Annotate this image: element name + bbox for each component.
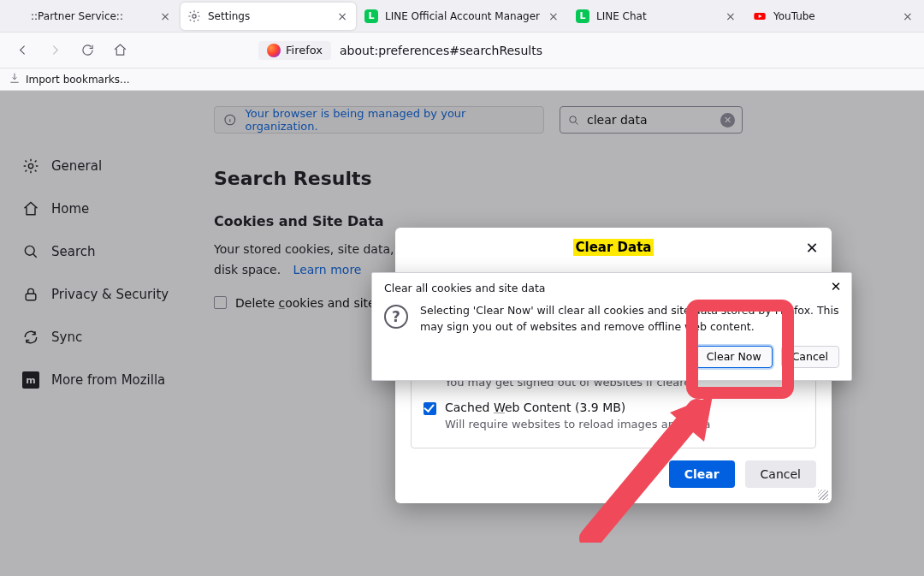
blank-favicon <box>10 9 24 23</box>
tab-label: LINE Official Account Manager <box>385 10 540 22</box>
resize-grip-icon[interactable] <box>818 490 828 500</box>
preferences-page: General Home Search Privacy & Security S… <box>0 91 924 576</box>
svg-point-0 <box>192 14 196 17</box>
url-text: about:preferences#searchResults <box>340 44 542 57</box>
url-bar[interactable]: Firefox about:preferences#searchResults <box>250 37 551 64</box>
tab-strip: ::Partner Service:: × Settings × L LINE … <box>0 0 924 33</box>
reload-button[interactable] <box>74 37 101 64</box>
tab-line-chat[interactable]: L LINE Chat × <box>569 3 744 30</box>
question-icon: ? <box>384 305 408 329</box>
option-label: Cached Web Content (3.9 MB) <box>445 401 711 414</box>
youtube-icon <box>753 9 767 23</box>
clear-button[interactable]: Clear <box>669 460 735 488</box>
tab-label: YouTube <box>773 10 894 22</box>
line-icon: L <box>364 9 378 23</box>
confirm-title: Clear all cookies and site data <box>384 282 839 294</box>
dialog-title: Clear Data <box>411 240 816 255</box>
tab-label: LINE Chat <box>596 10 717 22</box>
option-hint: Will require websites to reload images a… <box>445 418 711 431</box>
back-button[interactable] <box>9 37 36 64</box>
close-icon[interactable]: ✕ <box>827 278 844 295</box>
checkbox-checked-icon <box>424 402 436 415</box>
import-bookmarks-button[interactable]: Import bookmarks... <box>26 74 130 86</box>
line-icon: L <box>576 9 589 23</box>
clear-now-button[interactable]: Clear Now <box>696 346 773 368</box>
confirm-cancel-button[interactable]: Cancel <box>781 346 839 368</box>
confirm-clear-dialog: Clear all cookies and site data ✕ ? Sele… <box>371 272 852 381</box>
nav-toolbar: Firefox about:preferences#searchResults <box>0 33 924 68</box>
bookmarks-toolbar: Import bookmarks... <box>0 68 924 91</box>
close-icon[interactable]: × <box>724 9 737 23</box>
close-icon[interactable]: × <box>547 9 560 23</box>
import-bookmarks-icon <box>9 72 21 86</box>
close-icon[interactable]: × <box>158 9 172 23</box>
tab-partner-service[interactable]: ::Partner Service:: × <box>3 3 179 30</box>
option-cache[interactable]: Cached Web Content (3.9 MB) Will require… <box>424 401 803 431</box>
tab-label: ::Partner Service:: <box>31 10 151 22</box>
identity-chip[interactable]: Firefox <box>258 41 331 60</box>
close-icon[interactable]: ✕ <box>803 238 821 257</box>
tab-settings[interactable]: Settings × <box>181 3 356 30</box>
home-button[interactable] <box>106 37 133 64</box>
gear-icon <box>187 9 201 23</box>
tab-line-oam[interactable]: L LINE Official Account Manager × <box>358 3 567 30</box>
identity-label: Firefox <box>286 44 323 56</box>
close-icon[interactable]: × <box>335 9 349 23</box>
forward-button[interactable] <box>41 37 68 64</box>
firefox-icon <box>267 44 281 57</box>
cancel-button[interactable]: Cancel <box>745 460 816 488</box>
close-icon[interactable]: × <box>901 9 915 23</box>
tab-label: Settings <box>208 10 329 22</box>
tab-youtube[interactable]: YouTube × <box>746 3 921 30</box>
confirm-message: Selecting 'Clear Now' will clear all coo… <box>420 303 839 336</box>
